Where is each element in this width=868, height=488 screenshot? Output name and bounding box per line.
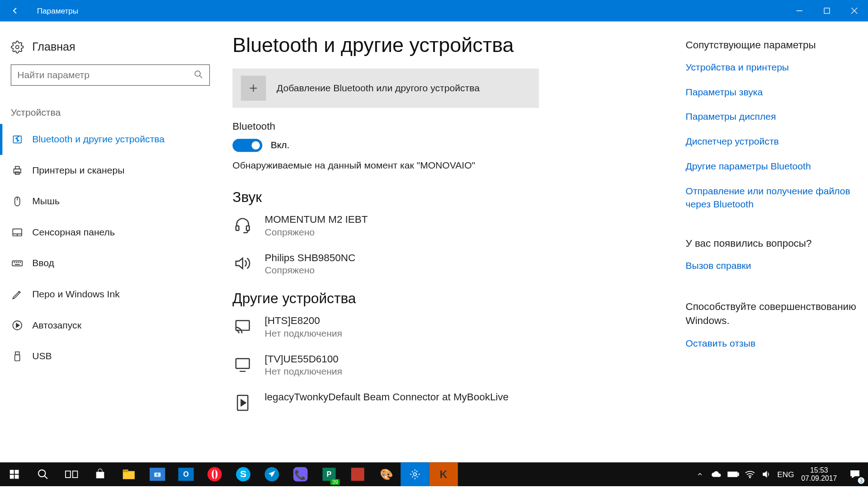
svg-rect-35 — [15, 470, 19, 474]
maximize-button[interactable] — [813, 0, 841, 21]
device-row[interactable]: Philips SHB9850NC Сопряжено — [232, 252, 685, 276]
svg-rect-37 — [15, 475, 19, 479]
telegram-icon[interactable] — [258, 462, 286, 486]
nav-label: Сенсорная панель — [32, 227, 115, 238]
device-row[interactable]: MOMENTUM M2 IEBT Сопряжено — [232, 214, 685, 238]
explorer-icon[interactable] — [114, 462, 143, 486]
device-status: Нет подключения — [264, 328, 342, 339]
battery-icon[interactable] — [725, 462, 741, 486]
nav-mouse[interactable]: Мышь — [0, 186, 221, 217]
touchpad-icon — [11, 226, 24, 238]
svg-rect-36 — [10, 475, 14, 479]
action-center-icon[interactable]: 3 — [842, 462, 868, 486]
language-indicator[interactable]: ENG — [775, 462, 796, 486]
taskbar: 📧 O S 📞 P39 🎨 K ENG 15:53 07.09.2017 3 — [0, 462, 868, 486]
add-device-label: Добавление Bluetooth или другого устройс… — [277, 83, 480, 94]
volume-icon[interactable] — [758, 462, 775, 486]
bluetooth-toggle[interactable] — [232, 139, 262, 152]
svg-marker-28 — [236, 258, 243, 268]
device-row[interactable]: [HTS]E8200 Нет подключения — [232, 315, 685, 339]
wifi-icon[interactable] — [741, 462, 758, 486]
monitor-icon — [232, 355, 253, 375]
clock[interactable]: 15:53 07.09.2017 — [797, 466, 842, 483]
home-label: Главная — [32, 41, 75, 54]
nav-label: Перо и Windows Ink — [32, 289, 119, 300]
nav-touchpad[interactable]: Сенсорная панель — [0, 217, 221, 248]
app-p-icon[interactable]: P39 — [315, 462, 343, 486]
outlook-icon[interactable]: O — [172, 462, 200, 486]
device-status: Сопряжено — [264, 265, 355, 276]
close-button[interactable] — [840, 0, 868, 21]
nav-bluetooth[interactable]: Bluetooth и другие устройства — [0, 124, 221, 155]
app-red-icon[interactable] — [344, 462, 372, 486]
feedback-link[interactable]: Оставить отзыв — [685, 338, 864, 350]
settings-icon[interactable] — [401, 462, 429, 486]
back-button[interactable] — [0, 0, 30, 21]
related-link[interactable]: Устройства и принтеры — [685, 61, 864, 74]
headset-icon — [232, 215, 253, 235]
viber-icon[interactable]: 📞 — [286, 462, 315, 486]
start-button[interactable] — [0, 462, 28, 486]
device-row[interactable]: legacyTwonkyDefault Beam Connector at My… — [232, 391, 685, 413]
nav-label: Ввод — [32, 258, 54, 269]
nav-usb[interactable]: USB — [0, 341, 221, 372]
tray-chevron[interactable] — [692, 462, 708, 486]
nav-typing[interactable]: Ввод — [0, 248, 221, 279]
taskview-button[interactable] — [57, 462, 86, 486]
svg-rect-1 — [824, 8, 830, 14]
badge: 39 — [330, 479, 340, 485]
svg-line-6 — [200, 75, 202, 78]
titlebar: Параметры — [0, 0, 868, 21]
nav-label: Bluetooth и другие устройства — [32, 134, 165, 145]
nav-label: USB — [32, 351, 52, 362]
main-content: Bluetooth и другие устройства + Добавлен… — [232, 33, 685, 462]
skype-icon[interactable]: S — [229, 462, 257, 486]
svg-point-20 — [20, 262, 20, 263]
add-device-button[interactable]: + Добавление Bluetooth или другого устро… — [232, 69, 539, 108]
mouse-icon — [11, 196, 24, 207]
onedrive-icon[interactable] — [708, 462, 725, 486]
svg-rect-25 — [15, 355, 20, 361]
date: 07.09.2017 — [801, 474, 837, 483]
help-heading: У вас появились вопросы? — [685, 238, 864, 249]
bluetooth-heading: Bluetooth — [232, 121, 685, 133]
search-input[interactable] — [11, 64, 210, 85]
svg-point-18 — [16, 262, 16, 263]
svg-rect-26 — [236, 226, 239, 230]
svg-point-5 — [195, 71, 200, 76]
gear-icon — [11, 41, 24, 54]
home-button[interactable]: Главная — [0, 36, 221, 64]
svg-rect-29 — [236, 320, 250, 330]
app-icon[interactable]: 📧 — [143, 462, 171, 486]
nav-label: Принтеры и сканеры — [32, 165, 124, 176]
related-link[interactable]: Параметры дисплея — [685, 110, 864, 123]
kaspersky-icon[interactable]: K — [429, 462, 458, 486]
page-title: Bluetooth и другие устройства — [232, 33, 685, 56]
device-status: Сопряжено — [264, 227, 368, 238]
bluetooth-state: Вкл. — [271, 140, 290, 151]
window-title: Параметры — [37, 6, 78, 15]
paint-icon[interactable]: 🎨 — [372, 462, 401, 486]
nav-autoplay[interactable]: Автозапуск — [0, 310, 221, 341]
discoverable-text: Обнаруживаемые на данный момент как "MON… — [232, 160, 685, 171]
store-icon[interactable] — [86, 462, 114, 486]
minimize-button[interactable] — [786, 0, 813, 21]
sidebar: Главная Устройства Bluetooth и другие ус… — [0, 21, 221, 462]
device-row[interactable]: [TV]UE55D6100 Нет подключения — [232, 353, 685, 377]
search-button[interactable] — [28, 462, 57, 486]
related-link[interactable]: Другие параметры Bluetooth — [685, 160, 864, 173]
device-name: MOMENTUM M2 IEBT — [264, 214, 368, 225]
time: 15:53 — [801, 466, 837, 474]
nav-printers[interactable]: Принтеры и сканеры — [0, 155, 221, 186]
nav-pen[interactable]: Перо и Windows Ink — [0, 279, 221, 310]
related-link[interactable]: Диспетчер устройств — [685, 135, 864, 148]
svg-marker-48 — [763, 472, 767, 477]
svg-point-38 — [38, 470, 45, 477]
related-link[interactable]: Параметры звука — [685, 85, 864, 98]
nav-label: Автозапуск — [32, 320, 81, 331]
help-link[interactable]: Вызов справки — [685, 259, 864, 272]
autoplay-icon — [11, 319, 24, 331]
opera-icon[interactable] — [200, 462, 229, 486]
media-icon — [232, 393, 253, 413]
related-link[interactable]: Отправление или получение файлов через B… — [685, 185, 864, 211]
